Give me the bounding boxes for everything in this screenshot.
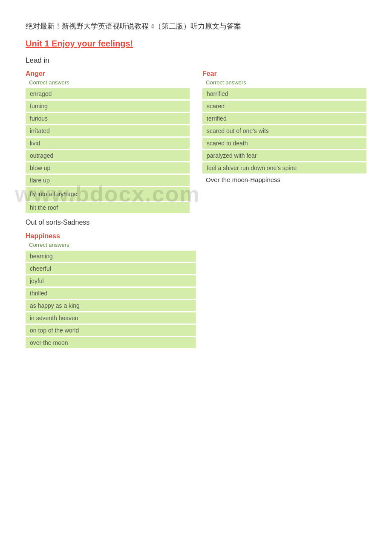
- list-item: feel a shiver run down one's spine: [202, 162, 366, 173]
- list-item: over the moon: [26, 337, 196, 348]
- list-item: scared to death: [202, 138, 366, 149]
- watermark-row: fly into a fury/rage www.bdocx.com: [26, 187, 190, 201]
- out-of-sorts-label: Out of sorts-Sadness: [26, 219, 366, 226]
- unit-title: Unit 1 Enjoy your feelings!: [26, 39, 366, 49]
- anger-title: Anger: [26, 70, 190, 78]
- fear-items-list: horrified scared terrified scared out of…: [202, 88, 366, 173]
- list-item: on top of the world: [26, 325, 196, 336]
- list-item: flare up: [26, 175, 190, 186]
- anger-items-list: enraged fuming furious irritated livid o…: [26, 88, 190, 213]
- happiness-correct-answers-label: Correct answers: [29, 242, 366, 248]
- main-title: 绝对最新！新视野大学英语视听说教程 4（第二版）听力原文与答案: [26, 21, 366, 31]
- list-item: in seventh heaven: [26, 312, 196, 324]
- fear-column: Fear Correct answers horrified scared te…: [202, 70, 366, 214]
- list-item: outraged: [26, 150, 190, 161]
- list-item: livid: [26, 138, 190, 149]
- list-item: joyful: [26, 275, 196, 286]
- list-item: fly into a fury/rage: [26, 187, 190, 201]
- happiness-section: Happiness Correct answers beaming cheerf…: [26, 232, 366, 348]
- anger-column: Anger Correct answers enraged fuming fur…: [26, 70, 190, 214]
- anger-correct-answers-label: Correct answers: [29, 79, 190, 86]
- happiness-title: Happiness: [26, 232, 366, 240]
- list-item: horrified: [202, 88, 366, 99]
- list-item: irritated: [26, 125, 190, 136]
- list-item: cheerful: [26, 263, 196, 274]
- list-item: as happy as a king: [26, 300, 196, 311]
- list-item: beaming: [26, 251, 196, 262]
- list-item: paralyzed with fear: [202, 150, 366, 161]
- happiness-items-list: beaming cheerful joyful thrilled as happ…: [26, 251, 196, 348]
- two-column-layout: Anger Correct answers enraged fuming fur…: [26, 70, 366, 214]
- list-item: scared out of one's wits: [202, 125, 366, 136]
- list-item: enraged: [26, 88, 190, 99]
- over-moon-label: Over the moon-Happiness: [202, 176, 366, 183]
- list-item: thrilled: [26, 288, 196, 299]
- list-item: terrified: [202, 113, 366, 124]
- fear-title: Fear: [202, 70, 366, 78]
- lead-in-label: Lead in: [26, 56, 366, 65]
- list-item: furious: [26, 113, 190, 124]
- list-item: blow up: [26, 162, 190, 173]
- list-item: scared: [202, 101, 366, 112]
- fear-correct-answers-label: Correct answers: [206, 79, 366, 86]
- list-item: hit the roof: [26, 202, 190, 213]
- list-item: fuming: [26, 101, 190, 112]
